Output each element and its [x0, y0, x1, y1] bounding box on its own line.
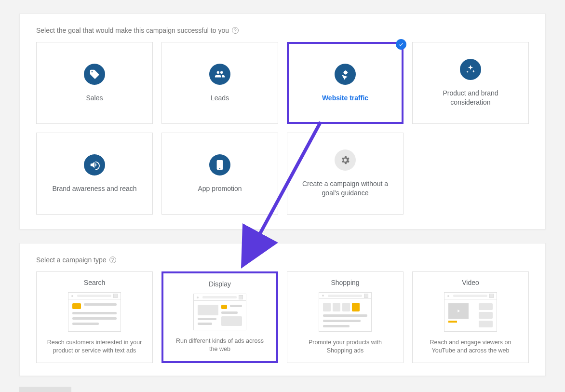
goal-label: Create a campaign without a goal's guida… — [297, 179, 393, 198]
goal-card-website-traffic[interactable]: Website traffic — [287, 42, 404, 124]
help-icon[interactable]: ? — [232, 27, 239, 34]
goal-card-leads[interactable]: Leads — [161, 42, 278, 124]
display-preview-icon — [193, 294, 246, 330]
footer-actions: CONTINUE CANCEL — [19, 387, 546, 392]
types-panel: Select a campaign type ? Search Reach cu… — [19, 243, 546, 376]
goal-label: Sales — [86, 94, 103, 103]
goal-card-no-goal[interactable]: Create a campaign without a goal's guida… — [287, 133, 404, 215]
goals-heading: Select the goal that would make this cam… — [36, 27, 529, 34]
types-heading: Select a campaign type ? — [36, 256, 529, 264]
type-title: Video — [462, 279, 479, 286]
continue-button[interactable]: CONTINUE — [19, 387, 71, 392]
type-desc: Reach and engage viewers on YouTube and … — [421, 338, 520, 355]
type-title: Search — [84, 279, 105, 286]
goal-label: Leads — [211, 94, 229, 103]
type-card-search[interactable]: Search Reach customers interested in you… — [36, 271, 153, 363]
type-title: Display — [209, 280, 231, 288]
people-icon — [209, 64, 230, 85]
search-preview-icon — [68, 292, 121, 332]
type-desc: Reach customers interested in your produ… — [45, 338, 144, 355]
tag-icon — [84, 64, 105, 85]
goal-card-app-promotion[interactable]: App promotion — [161, 133, 278, 215]
phone-download-icon — [209, 154, 230, 176]
cancel-button[interactable]: CANCEL — [82, 387, 127, 392]
goal-card-brand-consideration[interactable]: Product and brand consideration — [412, 42, 529, 124]
type-title: Shopping — [331, 279, 359, 286]
goals-heading-text: Select the goal that would make this cam… — [36, 27, 229, 34]
goal-label: App promotion — [198, 184, 242, 193]
help-icon[interactable]: ? — [109, 257, 116, 263]
type-card-shopping[interactable]: Shopping Promote — [287, 271, 404, 363]
type-card-video[interactable]: Video Reach an — [412, 271, 529, 363]
type-card-display[interactable]: Display — [161, 271, 278, 363]
type-desc: Promote your products with Shopping ads — [296, 338, 394, 355]
cursor-click-icon — [335, 64, 356, 85]
goal-label: Product and brand consideration — [422, 89, 519, 107]
video-preview-icon — [444, 292, 497, 332]
goal-card-brand-awareness[interactable]: Brand awareness and reach — [36, 133, 153, 215]
check-icon — [396, 39, 406, 50]
goal-card-sales[interactable]: Sales — [36, 42, 153, 124]
sparkle-icon — [460, 59, 481, 80]
goals-panel: Select the goal that would make this cam… — [19, 14, 546, 230]
types-heading-text: Select a campaign type — [36, 256, 107, 264]
goal-label: Brand awareness and reach — [52, 184, 136, 193]
goal-label: Website traffic — [322, 94, 368, 103]
type-desc: Run different kinds of ads across the we… — [172, 337, 268, 353]
gear-icon — [335, 149, 356, 171]
shopping-preview-icon — [319, 292, 372, 332]
megaphone-icon — [84, 154, 105, 176]
